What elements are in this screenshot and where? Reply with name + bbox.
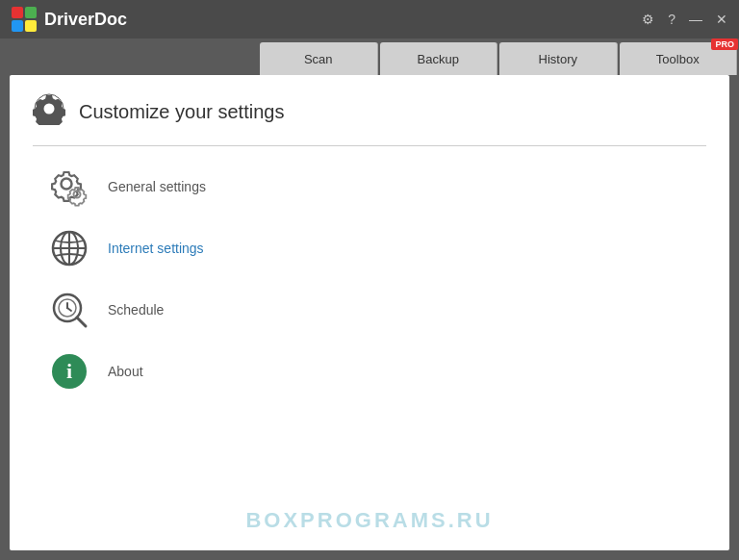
schedule-label: Schedule	[108, 302, 164, 318]
header-gear-icon	[33, 92, 65, 132]
internet-settings-icon	[48, 227, 90, 269]
page-header: Customize your settings	[10, 75, 729, 145]
svg-rect-1	[25, 7, 37, 18]
svg-point-6	[44, 104, 55, 115]
schedule-icon	[48, 289, 90, 331]
settings-list: General settings Internet settings	[10, 146, 729, 412]
about-item[interactable]: i About	[48, 350, 691, 393]
tab-backup[interactable]: Backup	[380, 42, 498, 75]
watermark: BOXPROGRAMS.RU	[245, 508, 493, 533]
about-label: About	[108, 364, 143, 379]
logo-area: DriverDoc	[12, 7, 127, 32]
page-title: Customize your settings	[79, 101, 284, 123]
svg-rect-2	[12, 20, 23, 32]
svg-point-7	[62, 179, 72, 190]
tab-history-label: History	[539, 52, 577, 66]
tabbar: Scan Backup History Toolbox PRO	[0, 38, 739, 75]
svg-rect-0	[12, 7, 23, 18]
tab-backup-label: Backup	[418, 52, 459, 66]
svg-line-14	[77, 318, 86, 326]
main-content: Customize your settings General setti	[10, 75, 729, 550]
general-settings-item[interactable]: General settings	[48, 165, 691, 208]
svg-point-18	[66, 307, 68, 309]
logo-icon	[12, 7, 37, 32]
about-icon: i	[48, 350, 90, 393]
help-button[interactable]: ?	[668, 13, 675, 26]
tab-scan[interactable]: Scan	[260, 42, 378, 75]
tab-toolbox-label: Toolbox	[656, 52, 700, 66]
schedule-item[interactable]: Schedule	[48, 289, 691, 331]
titlebar-controls: ⚙ ? — ✕	[642, 13, 727, 26]
svg-rect-3	[25, 20, 37, 32]
close-button[interactable]: ✕	[716, 13, 727, 26]
tab-history[interactable]: History	[499, 42, 618, 75]
internet-settings-item[interactable]: Internet settings	[48, 227, 691, 269]
titlebar: DriverDoc ⚙ ? — ✕	[0, 0, 739, 38]
svg-text:i: i	[66, 359, 72, 383]
internet-settings-label: Internet settings	[108, 241, 204, 256]
minimize-button[interactable]: —	[689, 13, 702, 26]
tab-toolbox[interactable]: Toolbox PRO	[620, 42, 738, 75]
settings-button[interactable]: ⚙	[642, 13, 654, 26]
general-settings-label: General settings	[108, 179, 206, 194]
pro-badge: PRO	[711, 38, 738, 50]
tab-scan-label: Scan	[304, 52, 333, 66]
app-title: DriverDoc	[44, 10, 127, 30]
general-settings-icon	[48, 165, 90, 208]
